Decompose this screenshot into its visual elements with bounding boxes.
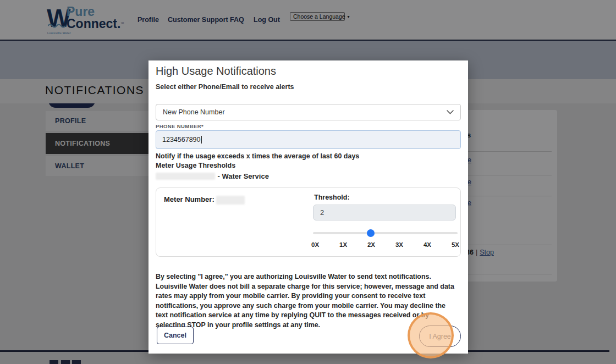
high-usage-notifications-dialog: High Usage Notifications Select either P…: [148, 60, 468, 354]
contact-method-select-value: New Phone Number: [163, 108, 447, 116]
tick-1x: 1X: [339, 241, 347, 248]
chevron-down-icon: [447, 110, 454, 114]
service-name: - Water Service: [217, 172, 268, 180]
threshold-value-input: 2: [313, 205, 456, 220]
meter-usage-thresholds-label: Meter Usage Thresholds: [156, 162, 235, 169]
meter-threshold-panel: Meter Number: Threshold: 2 0X 1X 2X 3X 4…: [156, 187, 461, 257]
contact-method-select[interactable]: New Phone Number: [156, 104, 461, 120]
tick-0x: 0X: [311, 241, 319, 248]
threshold-slider-track[interactable]: [313, 232, 458, 234]
dialog-title: High Usage Notifications: [156, 65, 276, 78]
dialog-subtitle: Select either Phone/Email to receive ale…: [156, 83, 294, 91]
tick-4x: 4X: [424, 241, 431, 248]
redacted-meter-number: [216, 196, 245, 205]
threshold-label: Threshold:: [314, 194, 350, 201]
i-agree-button[interactable]: I Agree: [419, 326, 461, 347]
text-cursor: [201, 136, 202, 144]
i-agree-emphasis: "I agree,": [197, 273, 228, 280]
phone-number-value: 1234567890: [162, 136, 201, 144]
notify-description: Notify if the usage exceeds x times the …: [156, 152, 359, 160]
consent-legal-text: By selecting "I agree," you are authoriz…: [156, 272, 457, 330]
tick-2x: 2X: [367, 241, 375, 248]
service-address-line: - Water Service: [156, 171, 269, 181]
threshold-slider-handle[interactable]: [367, 229, 375, 237]
phone-number-label: PHONE NUMBER*: [156, 123, 204, 129]
meter-number-label: Meter Number:: [164, 195, 245, 205]
slider-tick-labels: 0X 1X 2X 3X 4X 5X: [311, 241, 459, 248]
tick-3x: 3X: [395, 241, 403, 248]
cancel-button[interactable]: Cancel: [157, 327, 194, 344]
tick-5x: 5X: [452, 241, 459, 248]
redacted-address: [156, 173, 215, 180]
phone-number-input[interactable]: 1234567890: [156, 130, 461, 149]
page-root: W Pure Connect.™ Louisville Water Profil…: [0, 0, 616, 364]
